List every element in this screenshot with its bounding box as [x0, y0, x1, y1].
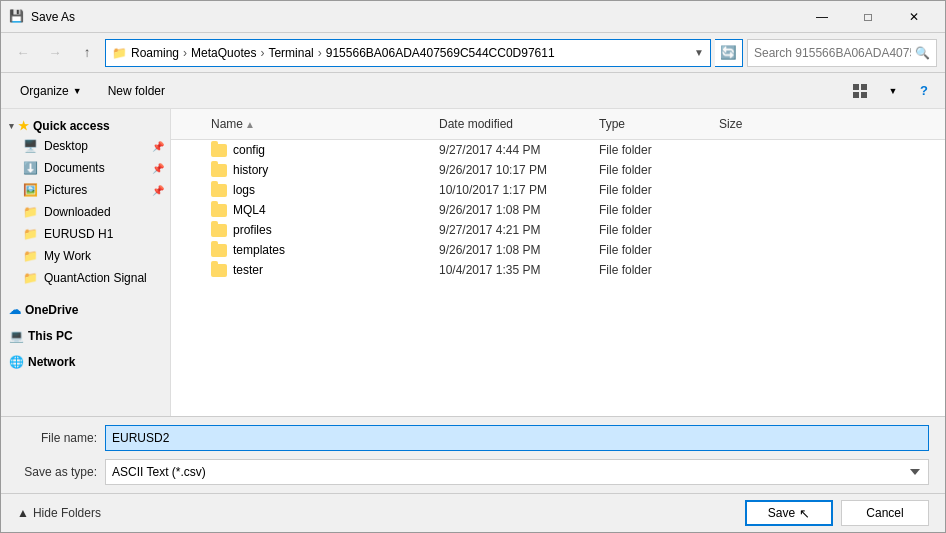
up-button[interactable]: ↑	[73, 39, 101, 67]
view-more-button[interactable]: ▼	[879, 78, 907, 104]
sidebar-item-eurusd-h1[interactable]: 📁 EURUSD H1	[1, 223, 170, 245]
onedrive-icon: ☁	[9, 303, 21, 317]
file-type: File folder	[591, 143, 711, 157]
views-icon	[853, 84, 869, 98]
filename-input[interactable]	[105, 425, 929, 451]
savetype-select[interactable]: ASCII Text (*.csv)	[105, 459, 929, 485]
file-name: profiles	[233, 223, 272, 237]
dropdown-arrow-icon: ▼	[694, 47, 704, 58]
hide-folders-label: Hide Folders	[33, 506, 101, 520]
breadcrumb-metaquotes[interactable]: MetaQuotes	[191, 46, 256, 60]
column-header-type[interactable]: Type	[591, 113, 711, 135]
back-button[interactable]: ←	[9, 39, 37, 67]
pin-icon: 📌	[152, 185, 164, 196]
folder-icon	[211, 204, 227, 217]
table-row[interactable]: tester 10/4/2017 1:35 PM File folder	[171, 260, 945, 280]
file-date: 9/26/2017 1:08 PM	[431, 203, 591, 217]
file-name: config	[233, 143, 265, 157]
new-folder-button[interactable]: New folder	[97, 78, 176, 104]
network-label: Network	[28, 355, 75, 369]
folder-icon	[211, 144, 227, 157]
hide-folders-button[interactable]: ▲ Hide Folders	[17, 506, 101, 520]
column-header-name[interactable]: Name ▲	[171, 113, 431, 135]
table-row[interactable]: templates 9/26/2017 1:08 PM File folder	[171, 240, 945, 260]
search-input[interactable]	[754, 46, 911, 60]
file-date: 9/27/2017 4:44 PM	[431, 143, 591, 157]
forward-button[interactable]: →	[41, 39, 69, 67]
sidebar-network[interactable]: 🌐 Network	[1, 349, 170, 371]
sidebar-item-quantaction-signal[interactable]: 📁 QuantAction Signal	[1, 267, 170, 289]
hide-folders-chevron-icon: ▲	[17, 506, 29, 520]
action-bar: ▲ Hide Folders Save ↖ Cancel	[1, 493, 945, 532]
breadcrumb-guid[interactable]: 915566BA06ADA407569C544CC0D97611	[326, 46, 555, 60]
table-row[interactable]: MQL4 9/26/2017 1:08 PM File folder	[171, 200, 945, 220]
pin-icon: 📌	[152, 141, 164, 152]
breadcrumb-roaming[interactable]: Roaming	[131, 46, 179, 60]
file-date: 10/10/2017 1:17 PM	[431, 183, 591, 197]
maximize-button[interactable]: □	[845, 1, 891, 33]
pictures-icon: 🖼️	[23, 183, 38, 197]
close-button[interactable]: ✕	[891, 1, 937, 33]
svg-rect-2	[853, 92, 859, 98]
sidebar-item-label: EURUSD H1	[44, 227, 113, 241]
sidebar-item-documents[interactable]: ⬇️ Documents 📌	[1, 157, 170, 179]
help-button[interactable]: ?	[911, 78, 937, 104]
file-type: File folder	[591, 223, 711, 237]
table-row[interactable]: history 9/26/2017 10:17 PM File folder	[171, 160, 945, 180]
save-as-dialog: 💾 Save As — □ ✕ ← → ↑ 📁 Roaming › MetaQu…	[0, 0, 946, 533]
sidebar-item-pictures[interactable]: 🖼️ Pictures 📌	[1, 179, 170, 201]
this-pc-icon: 💻	[9, 329, 24, 343]
minimize-button[interactable]: —	[799, 1, 845, 33]
sidebar-onedrive[interactable]: ☁ OneDrive	[1, 297, 170, 319]
file-name: templates	[233, 243, 285, 257]
file-type: File folder	[591, 163, 711, 177]
new-folder-label: New folder	[108, 84, 165, 98]
organize-label: Organize	[20, 84, 69, 98]
sidebar-item-my-work[interactable]: 📁 My Work	[1, 245, 170, 267]
savetype-row: Save as type: ASCII Text (*.csv)	[1, 455, 945, 493]
search-icon: 🔍	[915, 46, 930, 60]
pin-icon: 📌	[152, 163, 164, 174]
folder-icon	[211, 264, 227, 277]
svg-rect-3	[861, 92, 867, 98]
organize-chevron-icon: ▼	[73, 86, 82, 96]
svg-rect-1	[861, 84, 867, 90]
action-buttons: Save ↖ Cancel	[745, 500, 929, 526]
breadcrumb-terminal[interactable]: Terminal	[268, 46, 313, 60]
window-title: Save As	[31, 10, 799, 24]
file-type: File folder	[591, 243, 711, 257]
folder-icon	[211, 164, 227, 177]
svg-rect-0	[853, 84, 859, 90]
savetype-label: Save as type:	[17, 465, 97, 479]
filename-label: File name:	[17, 431, 97, 445]
refresh-button[interactable]: 🔄	[715, 39, 743, 67]
organize-button[interactable]: Organize ▼	[9, 78, 93, 104]
sidebar-item-label: Pictures	[44, 183, 87, 197]
address-bar: ← → ↑ 📁 Roaming › MetaQuotes › Terminal …	[1, 33, 945, 73]
title-bar: 💾 Save As — □ ✕	[1, 1, 945, 33]
save-button[interactable]: Save ↖	[745, 500, 833, 526]
table-row[interactable]: config 9/27/2017 4:44 PM File folder	[171, 140, 945, 160]
column-header-date[interactable]: Date modified	[431, 113, 591, 135]
quick-access-chevron-icon: ▾	[9, 121, 14, 131]
toolbar: Organize ▼ New folder ▼ ?	[1, 73, 945, 109]
cancel-button[interactable]: Cancel	[841, 500, 929, 526]
sidebar-item-desktop[interactable]: 🖥️ Desktop 📌	[1, 135, 170, 157]
file-date: 10/4/2017 1:35 PM	[431, 263, 591, 277]
sidebar-item-downloaded[interactable]: 📁 Downloaded	[1, 201, 170, 223]
sidebar: ▾ ★ Quick access 🖥️ Desktop 📌 ⬇️ Documen…	[1, 109, 171, 416]
view-toggle-button[interactable]	[847, 78, 875, 104]
table-row[interactable]: logs 10/10/2017 1:17 PM File folder	[171, 180, 945, 200]
file-date: 9/26/2017 1:08 PM	[431, 243, 591, 257]
folder-icon	[211, 224, 227, 237]
table-row[interactable]: profiles 9/27/2017 4:21 PM File folder	[171, 220, 945, 240]
file-list-header: Name ▲ Date modified Type Size	[171, 109, 945, 140]
sidebar-this-pc[interactable]: 💻 This PC	[1, 323, 170, 345]
address-path[interactable]: 📁 Roaming › MetaQuotes › Terminal › 9155…	[105, 39, 711, 67]
file-type: File folder	[591, 263, 711, 277]
network-icon: 🌐	[9, 355, 24, 369]
quick-access-label: Quick access	[33, 119, 110, 133]
column-header-size[interactable]: Size	[711, 113, 791, 135]
sidebar-section-quick-access[interactable]: ▾ ★ Quick access	[1, 113, 170, 135]
file-rows-container: config 9/27/2017 4:44 PM File folder his…	[171, 140, 945, 280]
